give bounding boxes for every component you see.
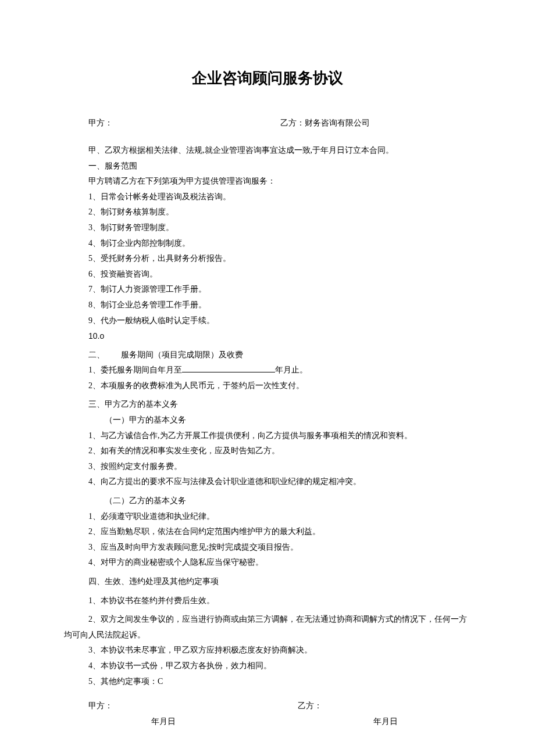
s3-sub1-item-4: 4、向乙方提出的要求不应与法律及会计职业道德和职业纪律的规定相冲突。 [64,474,471,490]
section-1-intro: 甲方聘请乙方在下列第项为甲方提供管理咨询服务： [64,174,471,189]
party-b-label: 乙方：财务咨询有限公司 [280,116,471,131]
s1-item-2: 2、制订财务核算制度。 [64,205,471,220]
s1-item-4: 4、制订企业内部控制制度。 [64,236,471,252]
preamble-text: 甲、乙双方根据相关法律、法规,就企业管理咨询事宜达成一致,于年月日订立本合同。 [88,146,394,155]
s1-item-9: 9、代办一般纳税人临时认定手续。 [64,313,471,329]
s1-item-7: 7、制订人力资源管理工作手册。 [64,282,471,298]
document-title: 企业咨询顾问服务协议 [64,64,471,92]
s4-item-1: 1、本协议书在签约并付费后生效。 [64,593,471,609]
preamble: 甲、乙双方根据相关法律、法规,就企业管理咨询事宜达成一致,于年月日订立本合同。 [64,143,471,159]
s3-sub1-item-2: 2、如有关的情况和事实发生变化，应及时告知乙方。 [64,443,471,459]
s3-sub1-item-1: 1、与乙方诚信合作,为乙方开展工作提供便利，向乙方提供与服务事项相关的情况和资料… [64,428,471,444]
s4-item-5: 5、其他约定事项：C [64,674,471,690]
section-4-heading: 四、生效、违约处理及其他约定事项 [64,574,471,590]
party-a-label: 甲方： [88,116,280,131]
s3-sub1-heading: （一）甲方的基本义务 [64,413,471,428]
s1-item-1: 1、日常会计帐务处理咨询及税法咨询。 [64,189,471,205]
section-3-heading: 三、甲方乙方的基本义务 [64,397,471,413]
s3-sub2-item-2: 2、应当勤勉尽职，依法在合同约定范围内维护甲方的最大利益。 [64,524,471,540]
section-1-heading: 一、服务范围 [64,159,471,174]
s3-sub2-item-4: 4、对甲方的商业秘密或个人隐私应当保守秘密。 [64,555,471,571]
s4-item-3: 3、本协议书未尽事宜，甲乙双方应持积极态度友好协商解决。 [64,643,471,658]
signature-a: 甲方： [88,698,298,714]
s1-item-5: 5、受托财务分析，出具财务分析报告。 [64,251,471,267]
s1-item-3: 3、制订财务管理制度。 [64,220,471,236]
date-a: 年月日 [151,714,361,730]
date-row: 年月日 年月日 [64,714,471,730]
s1-item-6: 6、投资融资咨询。 [64,267,471,282]
s2-item-1: 1、委托服务期间自年月至年月止。 [64,363,471,378]
s3-sub2-heading: （二）乙方的基本义务 [64,493,471,509]
s2-item-2: 2、本项服务的收费标准为人民币元，于签约后一次性支付。 [64,378,471,394]
s1-item-8: 8、制订企业总务管理工作手册。 [64,298,471,313]
s3-sub1-item-3: 3、按照约定支付服务费。 [64,459,471,475]
blank-line [182,364,275,372]
s2-item-1-post: 年月止。 [275,366,308,374]
s3-sub2-item-3: 3、应当及时向甲方发表顾问意见;按时完成提交项目报告。 [64,540,471,556]
s3-sub2-item-1: 1、必须遵守职业道德和执业纪律。 [64,509,471,525]
date-b: 年月日 [361,714,471,730]
signature-b: 乙方： [298,698,471,714]
s4-item-4: 4、本协议书一式份，甲乙双方各执份，效力相同。 [64,658,471,674]
signature-row: 甲方： 乙方： [64,698,471,714]
party-row: 甲方： 乙方：财务咨询有限公司 [64,116,471,131]
section-2-heading: 二、 服务期间（项目完成期限）及收费 [64,347,471,363]
s4-item-2: 2、双方之间发生争议的，应当进行协商或由第三方调解，在无法通过协商和调解方式的情… [64,612,471,643]
document-page: 企业咨询顾问服务协议 甲方： 乙方：财务咨询有限公司 甲、乙双方根据相关法律、法… [0,0,535,756]
s1-item-10: 10.o [64,328,471,344]
s2-item-1-pre: 1、委托服务期间自年月至 [88,366,182,374]
